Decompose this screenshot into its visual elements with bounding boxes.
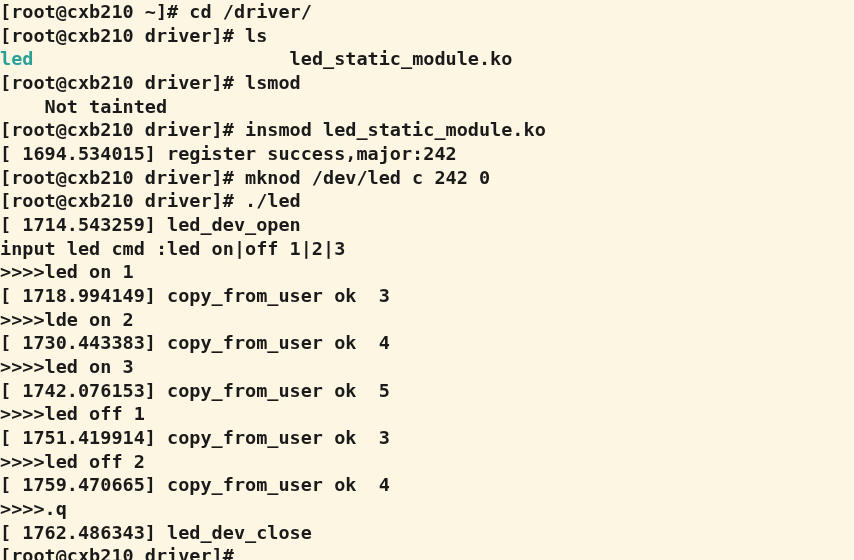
ls-file-entry: led_static_module.ko bbox=[290, 48, 513, 69]
shell-prompt: [root@cxb210 driver]# bbox=[0, 190, 245, 211]
output-text: [ 1694.534015] register success,major:24… bbox=[0, 143, 457, 164]
terminal-line: >>>>lde on 2 bbox=[0, 308, 854, 332]
user-input-text: >>>>led on 3 bbox=[0, 356, 134, 377]
command-text: ls bbox=[245, 25, 267, 46]
terminal-line: >>>>led on 1 bbox=[0, 260, 854, 284]
terminal-line: [ 1742.076153] copy_from_user ok 5 bbox=[0, 379, 854, 403]
terminal-line: [root@cxb210 driver]# bbox=[0, 544, 854, 560]
user-input-text: >>>>led off 2 bbox=[0, 451, 145, 472]
terminal-line: >>>>led off 1 bbox=[0, 402, 854, 426]
terminal-line: >>>>.q bbox=[0, 497, 854, 521]
terminal-output[interactable]: [root@cxb210 ~]# cd /driver/ [root@cxb21… bbox=[0, 0, 854, 560]
command-text: lsmod bbox=[245, 72, 301, 93]
terminal-line: [root@cxb210 ~]# cd /driver/ bbox=[0, 0, 854, 24]
shell-prompt: [root@cxb210 driver]# bbox=[0, 119, 245, 140]
output-text: [ 1751.419914] copy_from_user ok 3 bbox=[0, 427, 390, 448]
shell-prompt: [root@cxb210 driver]# bbox=[0, 167, 245, 188]
command-text: mknod /dev/led c 242 0 bbox=[245, 167, 490, 188]
command-text: ./led bbox=[245, 190, 301, 211]
output-text: [ 1762.486343] led_dev_close bbox=[0, 522, 312, 543]
output-text: [ 1742.076153] copy_from_user ok 5 bbox=[0, 380, 390, 401]
terminal-line: [ 1714.543259] led_dev_open bbox=[0, 213, 854, 237]
terminal-line: [root@cxb210 driver]# lsmod bbox=[0, 71, 854, 95]
terminal-line: >>>>led off 2 bbox=[0, 450, 854, 474]
terminal-line: [ 1759.470665] copy_from_user ok 4 bbox=[0, 473, 854, 497]
command-text: cd /driver/ bbox=[189, 1, 312, 22]
terminal-line: [ 1694.534015] register success,major:24… bbox=[0, 142, 854, 166]
shell-prompt: [root@cxb210 driver]# bbox=[0, 545, 245, 560]
terminal-line: >>>>led on 3 bbox=[0, 355, 854, 379]
terminal-line: [root@cxb210 driver]# mknod /dev/led c 2… bbox=[0, 166, 854, 190]
user-input-text: >>>>lde on 2 bbox=[0, 309, 134, 330]
terminal-line: [ 1730.443383] copy_from_user ok 4 bbox=[0, 331, 854, 355]
shell-prompt: [root@cxb210 driver]# bbox=[0, 25, 245, 46]
output-text: [ 1730.443383] copy_from_user ok 4 bbox=[0, 332, 390, 353]
shell-prompt: [root@cxb210 driver]# bbox=[0, 72, 245, 93]
output-text: [ 1718.994149] copy_from_user ok 3 bbox=[0, 285, 390, 306]
terminal-line: [root@cxb210 driver]# ls bbox=[0, 24, 854, 48]
output-text: [ 1714.543259] led_dev_open bbox=[0, 214, 301, 235]
terminal-line: led led_static_module.ko bbox=[0, 47, 854, 71]
terminal-line: [ 1751.419914] copy_from_user ok 3 bbox=[0, 426, 854, 450]
terminal-line: Not tainted bbox=[0, 95, 854, 119]
ls-dir-entry: led bbox=[0, 48, 33, 69]
terminal-line: [ 1762.486343] led_dev_close bbox=[0, 521, 854, 545]
output-text: [ 1759.470665] copy_from_user ok 4 bbox=[0, 474, 390, 495]
terminal-line: input led cmd :led on|off 1|2|3 bbox=[0, 237, 854, 261]
user-input-text: >>>>led off 1 bbox=[0, 403, 145, 424]
output-text: input led cmd :led on|off 1|2|3 bbox=[0, 238, 345, 259]
ls-spacer bbox=[33, 48, 289, 69]
user-input-text: >>>>led on 1 bbox=[0, 261, 134, 282]
terminal-line: [root@cxb210 driver]# ./led bbox=[0, 189, 854, 213]
user-input-text: >>>>.q bbox=[0, 498, 67, 519]
command-text: insmod led_static_module.ko bbox=[245, 119, 546, 140]
terminal-line: [root@cxb210 driver]# insmod led_static_… bbox=[0, 118, 854, 142]
shell-prompt: [root@cxb210 ~]# bbox=[0, 1, 189, 22]
terminal-line: [ 1718.994149] copy_from_user ok 3 bbox=[0, 284, 854, 308]
output-text: Not tainted bbox=[0, 96, 167, 117]
